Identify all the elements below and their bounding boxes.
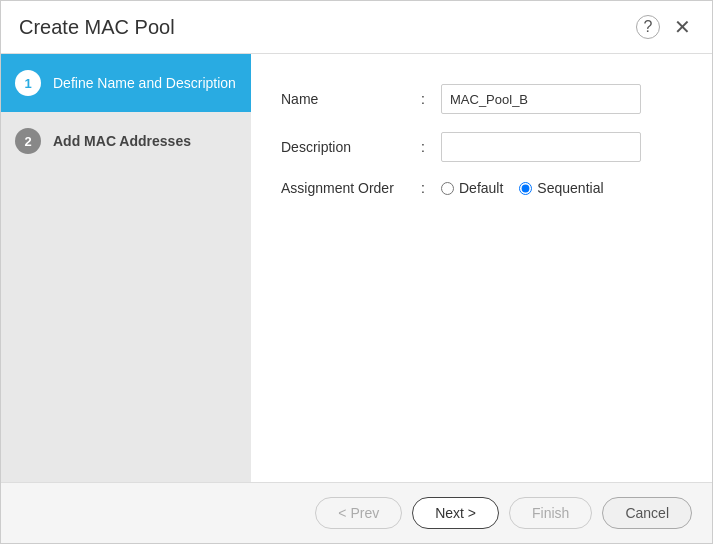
sidebar-item-label-1: Define Name and Description <box>53 75 236 91</box>
radio-default[interactable] <box>441 182 454 195</box>
sidebar-item-define-name[interactable]: 1 Define Name and Description <box>1 54 251 112</box>
name-label: Name <box>281 91 421 107</box>
name-colon: : <box>421 91 441 107</box>
step-number-2: 2 <box>15 128 41 154</box>
header-icons: ? ✕ <box>636 15 694 39</box>
dialog-body: 1 Define Name and Description 2 Add MAC … <box>1 54 712 482</box>
sidebar-item-label-2: Add MAC Addresses <box>53 133 191 149</box>
radio-sequential-label: Sequential <box>537 180 603 196</box>
assignment-order-label: Assignment Order <box>281 180 421 196</box>
cancel-button[interactable]: Cancel <box>602 497 692 529</box>
description-colon: : <box>421 139 441 155</box>
name-row: Name : <box>281 84 682 114</box>
close-button[interactable]: ✕ <box>670 15 694 39</box>
assignment-order-colon: : <box>421 180 441 196</box>
sidebar-item-add-mac[interactable]: 2 Add MAC Addresses <box>1 112 251 170</box>
sidebar: 1 Define Name and Description 2 Add MAC … <box>1 54 251 482</box>
assignment-order-row: Assignment Order : Default Sequential <box>281 180 682 196</box>
dialog-title: Create MAC Pool <box>19 16 175 39</box>
main-content: Name : Description : Assignment Order : … <box>251 54 712 482</box>
assignment-order-radio-group: Default Sequential <box>441 180 604 196</box>
radio-option-default[interactable]: Default <box>441 180 503 196</box>
help-button[interactable]: ? <box>636 15 660 39</box>
finish-button[interactable]: Finish <box>509 497 592 529</box>
next-button[interactable]: Next > <box>412 497 499 529</box>
create-mac-pool-dialog: Create MAC Pool ? ✕ 1 Define Name and De… <box>0 0 713 544</box>
prev-button[interactable]: < Prev <box>315 497 402 529</box>
radio-sequential[interactable] <box>519 182 532 195</box>
name-input[interactable] <box>441 84 641 114</box>
dialog-header: Create MAC Pool ? ✕ <box>1 1 712 54</box>
radio-option-sequential[interactable]: Sequential <box>519 180 603 196</box>
step-number-1: 1 <box>15 70 41 96</box>
radio-default-label: Default <box>459 180 503 196</box>
description-label: Description <box>281 139 421 155</box>
dialog-footer: < Prev Next > Finish Cancel <box>1 482 712 543</box>
description-row: Description : <box>281 132 682 162</box>
description-input[interactable] <box>441 132 641 162</box>
